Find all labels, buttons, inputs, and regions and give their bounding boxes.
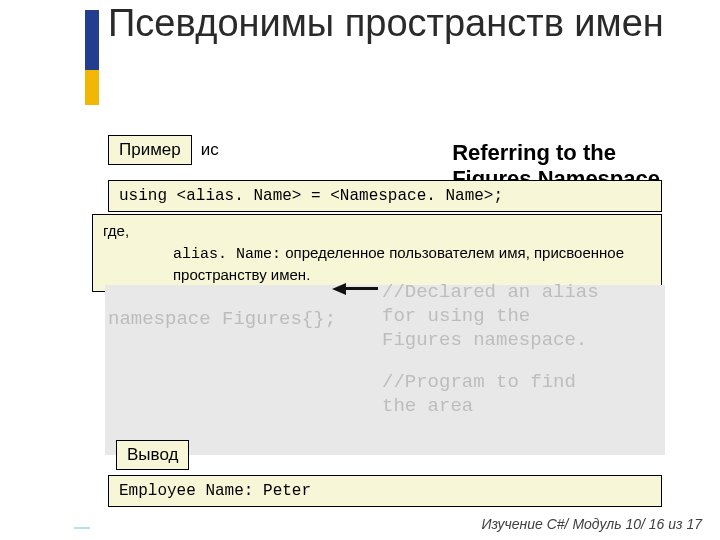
footer-text: Изучение C#/ Модуль 10/ 16 из 17 (481, 516, 702, 532)
slide-title: Псевдонимы пространств имен (108, 2, 664, 44)
faded-comment-4: //Program to find (382, 370, 599, 394)
referring-line1: Referring to the (452, 140, 660, 166)
pale-mark (74, 527, 90, 529)
arrow-left-icon (332, 283, 378, 295)
output-box: Employee Name: Peter (108, 475, 662, 507)
example-label-suffix: ис (201, 140, 219, 160)
desc-indent: alias. Name: определенное пользователем … (173, 243, 651, 285)
faded-comments: //Declared an alias for using the Figure… (382, 280, 599, 418)
desc-where: где, (103, 221, 651, 241)
desc-alias-def-1: определенное пользователем имя, присвоен… (285, 244, 624, 261)
faded-comment-1: //Declared an alias (382, 280, 599, 304)
output-label: Вывод (116, 440, 189, 470)
slide: Псевдонимы пространств имен Пример ис Re… (0, 0, 720, 540)
faded-comment-2: for using the (382, 304, 599, 328)
desc-alias-term: alias. Name: (173, 246, 281, 263)
desc-alias-def-2: пространству имен. (173, 266, 310, 283)
output-text: Employee Name: Peter (119, 482, 311, 500)
accent-blue (85, 10, 99, 70)
accent-yellow (85, 70, 99, 105)
syntax-text: using <alias. Name> = <Namespace. Name>; (119, 187, 503, 205)
faded-namespace-line: namespace Figures{}; (108, 308, 336, 330)
syntax-box: using <alias. Name> = <Namespace. Name>; (108, 180, 662, 212)
faded-spacer (382, 352, 599, 370)
output-label-text: Вывод (127, 445, 178, 464)
example-label-text: Пример (119, 140, 181, 159)
faded-comment-3: Figures namespace. (382, 328, 599, 352)
accent-stripe (85, 10, 99, 105)
faded-comment-5: the area (382, 394, 599, 418)
example-label: Пример ис (108, 135, 192, 165)
